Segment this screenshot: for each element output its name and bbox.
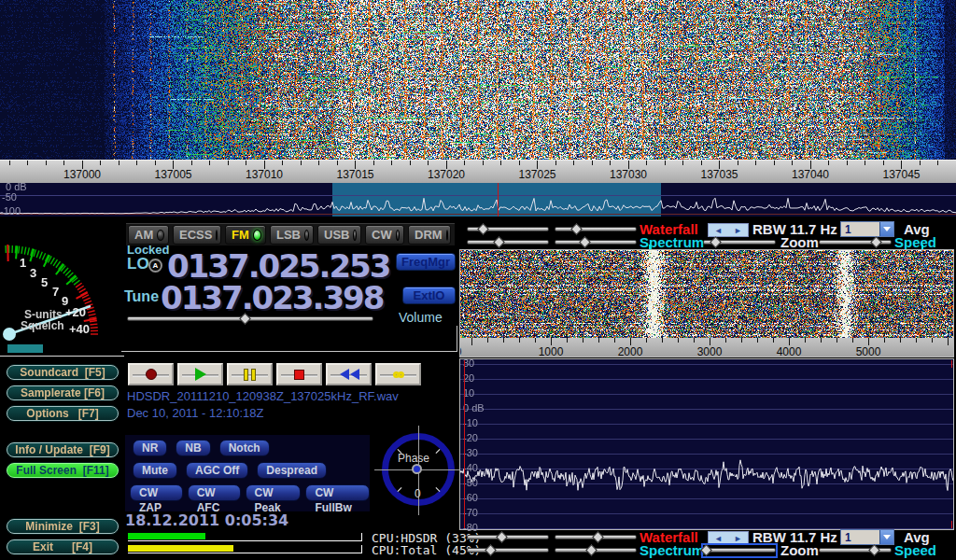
audio-spectrum-display[interactable] xyxy=(460,359,953,529)
minimize-button[interactable]: Minimize [F3] xyxy=(7,519,119,534)
freqmgr-button[interactable]: FreqMgr xyxy=(396,253,456,271)
dsp-button-notch[interactable]: Notch xyxy=(219,440,270,456)
pause-button[interactable] xyxy=(227,363,273,385)
zoom-slider[interactable] xyxy=(703,545,776,556)
scale-tick xyxy=(678,338,679,343)
scale-tick xyxy=(884,338,885,343)
dsp-button-cw-afc[interactable]: CW AFC xyxy=(188,484,241,501)
mode-button-cw[interactable]: CW xyxy=(365,225,404,245)
loop-button[interactable] xyxy=(375,363,421,385)
dropdown-arrow-icon[interactable] xyxy=(879,530,893,544)
scale-tick xyxy=(662,338,663,343)
mode-button-am[interactable]: AM xyxy=(128,225,169,245)
tune-label: Tune xyxy=(124,288,159,305)
dsp-button-cw-fullbw[interactable]: CW FullBw xyxy=(305,484,370,501)
scale-tick xyxy=(46,161,47,165)
mode-button-ecss[interactable]: ECSS xyxy=(173,225,221,245)
samplerate-button[interactable]: Samplerate [F6] xyxy=(7,385,119,400)
mode-button-label: AM xyxy=(134,228,153,242)
waterfall-contrast-slider[interactable] xyxy=(555,224,637,235)
frequency-scale[interactable]: 1370001370051370101370151370201370251370… xyxy=(0,160,956,183)
dsp-button-cw-zap[interactable]: CW ZAP xyxy=(130,484,183,501)
dsp-button-panel: NRNBNotchMuteAGC OffDespreadCW ZAPCW AFC… xyxy=(125,435,370,511)
stop-button[interactable] xyxy=(276,363,322,385)
hdsdr-window: 1370001370051370101370151370201370251370… xyxy=(0,0,956,560)
scale-tick xyxy=(821,338,822,343)
speed-slider[interactable] xyxy=(819,545,892,556)
waterfall-brightness-slider[interactable] xyxy=(467,224,549,235)
overview-spectrum-display[interactable] xyxy=(0,183,956,217)
mode-button-label: CW xyxy=(372,228,392,242)
scale-tick xyxy=(847,161,848,165)
spectrum-offset-slider[interactable] xyxy=(555,237,637,248)
divider-line xyxy=(0,356,124,357)
waterfall-contrast-slider[interactable] xyxy=(555,532,637,543)
spectrum-edge-mark xyxy=(951,521,952,528)
scale-label: 5000 xyxy=(856,345,881,357)
smeter-scale-label: 3 xyxy=(30,266,36,280)
left-arrow-icon[interactable]: ◄ xyxy=(714,534,723,543)
zoom-slider[interactable] xyxy=(703,237,776,248)
scale-tick xyxy=(920,161,921,165)
right-arrow-icon[interactable]: ► xyxy=(734,226,742,235)
db-scale-label: -60 xyxy=(463,492,478,503)
scale-tick xyxy=(852,338,853,343)
info-update-button[interactable]: Info / Update [F9] xyxy=(7,442,119,457)
play-button[interactable] xyxy=(177,363,223,385)
dsp-button-nr[interactable]: NR xyxy=(133,440,167,456)
waterfall-brightness-slider[interactable] xyxy=(467,532,549,543)
record-button[interactable] xyxy=(128,363,174,385)
spectrum-offset-slider[interactable] xyxy=(555,545,637,556)
scale-label: 137015 xyxy=(336,168,373,181)
dsp-button-mute[interactable]: Mute xyxy=(133,462,177,479)
soundcard-button[interactable]: Soundcard [F5] xyxy=(7,365,119,380)
avg-select[interactable]: 1 xyxy=(840,221,894,237)
scale-tick xyxy=(551,338,552,345)
slider-thumb[interactable] xyxy=(239,313,251,325)
mode-button-lsb[interactable]: LSB xyxy=(270,225,314,245)
waterfall-shift-spinner[interactable]: ◄ ► xyxy=(708,223,749,237)
scale-label: 137005 xyxy=(154,168,191,181)
db-scale-label: 0 dB xyxy=(463,402,485,413)
audio-waterfall-display[interactable] xyxy=(460,250,953,338)
dropdown-arrow-icon[interactable] xyxy=(879,222,893,236)
extio-button[interactable]: ExtIO xyxy=(402,287,456,304)
fullscreen-button[interactable]: Full Screen [F11] xyxy=(7,463,119,478)
lo-label: LO xyxy=(127,255,149,273)
mode-button-fm[interactable]: FM xyxy=(225,225,266,245)
left-arrow-icon[interactable]: ◄ xyxy=(714,226,723,235)
squelch-level-bar[interactable] xyxy=(7,344,43,353)
dsp-button-nb[interactable]: NB xyxy=(176,440,210,456)
speed-slider[interactable] xyxy=(819,237,892,248)
dsp-button-agc-off[interactable]: AGC Off xyxy=(186,462,248,479)
waterfall-shift-spinner[interactable]: ◄ ► xyxy=(708,531,749,545)
lo-frequency-value[interactable]: 0137.025.253 xyxy=(167,250,389,282)
spectrum-gain-slider[interactable] xyxy=(467,237,549,248)
tune-frequency-value[interactable]: 0137.023.398 xyxy=(161,282,383,314)
dsp-button-despread[interactable]: Despread xyxy=(257,462,327,479)
volume-slider[interactable] xyxy=(127,314,373,325)
speed-label: Speed xyxy=(894,234,936,250)
right-arrow-icon[interactable]: ► xyxy=(734,534,742,543)
scale-tick xyxy=(755,161,756,165)
avg-select[interactable]: 1 xyxy=(840,529,894,545)
scale-tick xyxy=(614,338,615,343)
scale-tick xyxy=(337,161,338,165)
cpu-total-bar xyxy=(128,545,362,553)
options-button[interactable]: Options [F7] xyxy=(7,406,119,421)
mode-button-usb[interactable]: USB xyxy=(317,225,361,245)
spectrum-gain-slider[interactable] xyxy=(467,545,549,556)
rewind-button[interactable] xyxy=(326,363,372,385)
recording-file-date: Dec 10, 2011 - 12:10:18Z xyxy=(127,406,263,420)
scale-tick xyxy=(646,338,647,343)
dsp-button-cw-peak[interactable]: CW Peak xyxy=(246,484,302,501)
audio-frequency-scale[interactable]: 010002000300040005000 xyxy=(460,338,953,357)
scale-tick xyxy=(471,338,472,345)
scale-tick xyxy=(519,161,520,165)
main-waterfall-display[interactable] xyxy=(0,0,956,160)
lo-auto-badge[interactable]: A xyxy=(148,259,162,273)
scale-tick xyxy=(665,161,666,165)
scale-tick xyxy=(487,338,488,343)
mode-button-drm[interactable]: DRM xyxy=(408,225,451,245)
exit-button[interactable]: Exit [F4] xyxy=(7,539,119,554)
